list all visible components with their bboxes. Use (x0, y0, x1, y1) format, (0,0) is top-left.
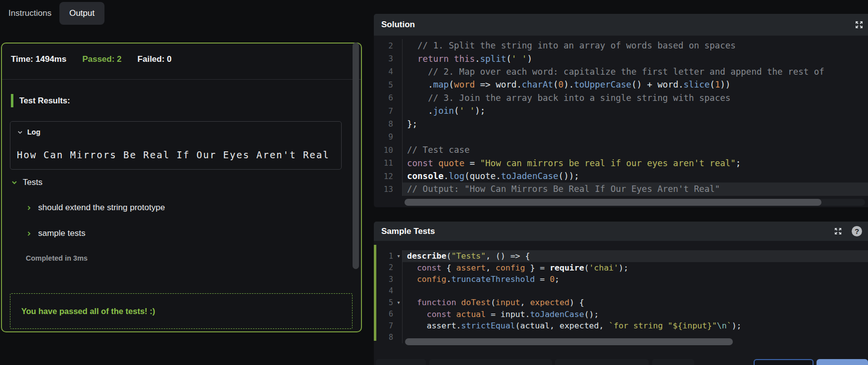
code-line-7[interactable]: 7 .join(' '); (374, 104, 868, 117)
code-line-7[interactable]: 7 assert.strictEqual(actual, expected, `… (374, 320, 868, 332)
sample-tests-title: Sample Tests (381, 227, 435, 236)
line-number: 7 (374, 320, 403, 332)
code-line-6[interactable]: 6 const actual = input.toJadenCase(); (374, 309, 868, 320)
line-number: 8 (374, 332, 403, 344)
line-number: 10 (374, 143, 403, 156)
code-line-5[interactable]: 5▾ function doTest(input, expected) { (374, 297, 868, 309)
code-line-3[interactable]: 3 config.truncateThreshold = 0; (374, 274, 868, 285)
code-line-9[interactable]: 9 (374, 131, 868, 143)
code-line-2[interactable]: 2 const { assert, config } = require('ch… (374, 262, 868, 274)
line-number: 2 (374, 262, 403, 274)
completed-time: Completed in 3ms (26, 254, 88, 262)
fold-arrow-icon[interactable]: ▾ (395, 253, 402, 259)
help-icon[interactable]: ? (852, 226, 862, 236)
code-line-4[interactable]: 4 (374, 285, 868, 297)
log-output-text: How Can Mirrors Be Real If Our Eyes Aren… (17, 149, 330, 160)
line-number: 5▾ (374, 297, 403, 309)
test-results-heading: Test Results: (11, 94, 70, 107)
code-line-12[interactable]: 12console.log(quote.toJadenCase()); (374, 170, 868, 182)
line-number: 3 (374, 52, 403, 65)
run-failed: Failed: 0 (138, 54, 172, 64)
line-number: 6 (374, 91, 403, 104)
code-line-5[interactable]: 5 .map(word => word.charAt(0).toUpperCas… (374, 78, 868, 91)
run-summary: Time: 1494ms Passed: 2 Failed: 0 (11, 54, 172, 64)
code-line-10[interactable]: 10// Test case (374, 143, 868, 156)
code-line-8[interactable]: 8}; (374, 117, 868, 130)
run-time: Time: 1494ms (11, 54, 66, 64)
code-line-11[interactable]: 11const quote = "How can mirrors be real… (374, 157, 868, 170)
line-number: 7 (374, 104, 403, 117)
line-number: 6 (374, 309, 403, 320)
sample-hscroll-thumb[interactable] (405, 338, 733, 345)
passed-message: You have passed all of the tests! :) (21, 307, 155, 316)
solution-hscroll-track[interactable] (405, 199, 865, 206)
solution-editor[interactable]: 2 // 1. Split the string into an array o… (374, 36, 868, 196)
bottom-button-4[interactable] (652, 359, 694, 365)
sample-tests-header: Sample Tests ? (374, 222, 868, 241)
test-item-2[interactable]: sample tests (26, 228, 85, 238)
line-number: 8 (374, 117, 403, 130)
solution-header: Solution (374, 14, 868, 36)
code-line-13[interactable]: 13// Output: "How Can Mirrors Be Real If… (374, 182, 868, 195)
tab-instructions[interactable]: Instructions (0, 2, 51, 25)
expand-icon[interactable] (833, 227, 843, 236)
line-number: 1▾ (374, 250, 403, 262)
green-accent-bar (11, 94, 13, 107)
chevron-down-icon (17, 129, 23, 136)
log-box: Log How Can Mirrors Be Real If Our Eyes … (10, 121, 342, 170)
solution-hscroll-thumb[interactable] (405, 199, 821, 206)
sample-tests-editor[interactable]: 1▾describe("Tests", () => {2 const { ass… (374, 241, 868, 343)
sample-tests-panel: Sample Tests ? 1▾describe("Tests", () =>… (374, 222, 868, 365)
attempt-button[interactable] (754, 359, 814, 365)
line-number: 5 (374, 78, 403, 91)
chevron-down-icon (11, 179, 18, 186)
line-number: 2 (374, 39, 403, 52)
bottom-button-2[interactable] (429, 359, 552, 365)
expand-icon[interactable] (854, 20, 864, 30)
all-tests-passed-box: You have passed all of the tests! :) (10, 293, 353, 329)
output-results-panel: Time: 1494ms Passed: 2 Failed: 0 Test Re… (1, 43, 362, 332)
line-number: 13 (374, 182, 403, 195)
run-passed: Passed: 2 (82, 54, 121, 64)
line-number: 3 (374, 274, 403, 285)
code-line-3[interactable]: 3 return this.split(' ') (374, 52, 868, 65)
expand-arrows-icon (855, 20, 864, 29)
line-number: 4 (374, 65, 403, 78)
code-line-4[interactable]: 4 // 2. Map over each word: capitalize t… (374, 65, 868, 78)
chevron-right-icon (26, 230, 32, 237)
line-number: 9 (374, 131, 403, 143)
log-collapse-header[interactable]: Log (17, 128, 41, 136)
code-line-6[interactable]: 6 // 3. Join the array back into a singl… (374, 91, 868, 104)
tests-collapse-header[interactable]: Tests (11, 178, 43, 187)
submit-button[interactable] (817, 359, 868, 365)
code-line-1[interactable]: 1▾describe("Tests", () => { (374, 250, 868, 262)
bottom-button-1[interactable] (376, 359, 426, 365)
line-number: 4 (374, 285, 403, 297)
output-tab-bar: Instructions Output (0, 0, 104, 27)
test-item-1[interactable]: should extend the string prototype (26, 203, 165, 213)
expand-arrows-icon (834, 227, 842, 235)
output-vertical-scrollbar[interactable] (353, 43, 359, 269)
solution-panel: Solution 2 // 1. Split the string into a… (374, 14, 868, 207)
line-number: 11 (374, 157, 403, 170)
fold-arrow-icon[interactable]: ▾ (395, 300, 402, 305)
line-number: 12 (374, 170, 403, 182)
solution-title: Solution (381, 20, 415, 30)
bottom-button-3[interactable] (555, 359, 649, 365)
tab-output[interactable]: Output (59, 2, 104, 25)
summary-divider (2, 79, 361, 80)
code-line-2[interactable]: 2 // 1. Split the string into an array o… (374, 39, 868, 52)
chevron-right-icon (26, 205, 32, 211)
